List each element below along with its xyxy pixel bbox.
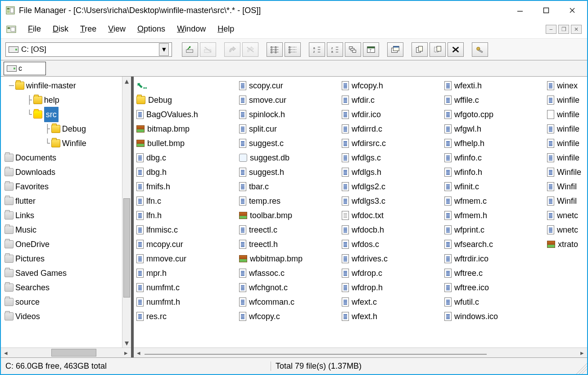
file-item[interactable]: wfdlgs2.c bbox=[342, 179, 444, 194]
file-item[interactable]: fmifs.h bbox=[136, 179, 239, 194]
file-item[interactable]: wnetc bbox=[547, 223, 587, 237]
file-item[interactable]: wfsearch.c bbox=[444, 237, 547, 252]
file-item[interactable]: wfinfo.h bbox=[444, 165, 547, 179]
toolbar-sort-date-button[interactable]: 7 bbox=[363, 42, 379, 57]
file-item[interactable]: wfgoto.cpp bbox=[444, 107, 547, 122]
file-item[interactable]: tbar.c bbox=[239, 179, 342, 194]
file-item[interactable]: suggest.c bbox=[239, 136, 342, 151]
file-item[interactable]: wfprint.c bbox=[444, 223, 547, 237]
file-item[interactable]: wfmem.h bbox=[444, 208, 547, 223]
tree-horizontal-scrollbar[interactable]: ◂ ▸ bbox=[1, 348, 131, 357]
file-item[interactable]: wfdirsrc.c bbox=[342, 136, 444, 151]
toolbar-move-button[interactable] bbox=[430, 42, 446, 57]
file-item[interactable]: wftree.ico bbox=[444, 280, 547, 295]
toolbar-delete-button[interactable] bbox=[448, 42, 464, 57]
file-item[interactable]: lfn.h bbox=[136, 208, 239, 223]
toolbar-share-button[interactable] bbox=[224, 42, 240, 57]
file-item[interactable]: scopy.cur bbox=[239, 78, 342, 93]
mdi-restore-button[interactable]: ❐ bbox=[558, 25, 569, 34]
file-item[interactable]: numfmt.c bbox=[136, 280, 239, 295]
tree-item[interactable]: ├ help bbox=[5, 93, 131, 107]
file-item[interactable]: wfcopy.c bbox=[239, 309, 342, 324]
file-item[interactable]: wfdrop.h bbox=[342, 280, 444, 295]
file-item[interactable]: mmove.cur bbox=[136, 252, 239, 266]
scrollbar-thumb[interactable] bbox=[123, 198, 130, 297]
file-item[interactable]: dbg.c bbox=[136, 151, 239, 165]
tree-item[interactable]: Music bbox=[5, 223, 131, 237]
file-item[interactable]: dbg.h bbox=[136, 165, 239, 179]
tree-item[interactable]: Videos bbox=[5, 309, 131, 324]
tree-item[interactable]: flutter bbox=[5, 194, 131, 208]
chevron-down-icon[interactable]: ▾ bbox=[159, 43, 169, 56]
menu-file[interactable]: File bbox=[28, 24, 41, 34]
file-item[interactable]: wfdlgs3.c bbox=[342, 194, 444, 208]
file-item[interactable]: wfcopy.h bbox=[342, 78, 444, 93]
tree-item[interactable]: └ Winfile bbox=[5, 136, 131, 151]
file-item[interactable]: wftrdir.ico bbox=[444, 252, 547, 266]
toolbar-sort-name-button[interactable]: az bbox=[309, 42, 325, 57]
file-item[interactable]: toolbar.bmp bbox=[239, 208, 342, 223]
file-item[interactable]: bitmap.bmp bbox=[136, 122, 239, 136]
close-button[interactable] bbox=[565, 4, 580, 17]
file-item[interactable]: Winfil bbox=[547, 179, 587, 194]
file-item[interactable]: Winfil bbox=[547, 194, 587, 208]
scroll-right-icon[interactable]: ▸ bbox=[577, 349, 587, 357]
file-item[interactable]: wfdocb.h bbox=[342, 223, 444, 237]
file-item[interactable]: wfassoc.c bbox=[239, 266, 342, 280]
file-item[interactable]: wftree.c bbox=[444, 266, 547, 280]
file-item[interactable]: BagOValues.h bbox=[136, 107, 239, 122]
file-horizontal-scrollbar[interactable]: ◂ ▸ bbox=[134, 348, 587, 357]
file-item[interactable]: wfdlgs.h bbox=[342, 165, 444, 179]
file-item[interactable]: wfutil.c bbox=[444, 295, 547, 309]
mdi-icon[interactable] bbox=[6, 25, 16, 34]
resize-grip[interactable] bbox=[575, 358, 587, 374]
file-item[interactable]: winfile bbox=[547, 136, 587, 151]
file-item[interactable]: res.rc bbox=[136, 309, 239, 324]
file-item[interactable]: bullet.bmp bbox=[136, 136, 239, 151]
menu-help[interactable]: Help bbox=[217, 24, 234, 34]
file-item[interactable]: Winfile bbox=[547, 165, 587, 179]
tree-item[interactable]: Links bbox=[5, 208, 131, 223]
file-item[interactable]: winfile bbox=[547, 151, 587, 165]
tree-body[interactable]: ─ winfile-master├ help└ src├ Debug└ Winf… bbox=[1, 77, 131, 348]
tree-item[interactable]: ├ Debug bbox=[5, 122, 131, 136]
menu-view[interactable]: View bbox=[108, 24, 126, 34]
file-item[interactable]: wfinfo.c bbox=[444, 151, 547, 165]
file-item[interactable]: mcopy.cur bbox=[136, 237, 239, 252]
file-item[interactable]: wfext.c bbox=[342, 295, 444, 309]
menu-options[interactable]: Options bbox=[137, 24, 165, 34]
file-item[interactable]: wfdoc.txt bbox=[342, 208, 444, 223]
toolbar-view-name-button[interactable] bbox=[267, 42, 283, 57]
file-item[interactable]: wfmem.c bbox=[444, 194, 547, 208]
scroll-left-icon[interactable]: ◂ bbox=[1, 349, 11, 357]
file-item[interactable]: wffile.c bbox=[444, 93, 547, 107]
file-item[interactable]: temp.res bbox=[239, 194, 342, 208]
toolbar-connect-drive-button[interactable] bbox=[182, 42, 198, 57]
tree-item[interactable]: Pictures bbox=[5, 252, 131, 266]
file-item[interactable]: suggest.h bbox=[239, 165, 342, 179]
toolbar-copy-button[interactable] bbox=[412, 42, 428, 57]
file-item[interactable]: numfmt.h bbox=[136, 295, 239, 309]
file-item[interactable]: wfcomman.c bbox=[239, 295, 342, 309]
tree-item[interactable]: Saved Games bbox=[5, 266, 131, 280]
toolbar-permissions-button[interactable] bbox=[472, 42, 488, 57]
toolbar-view-details-button[interactable] bbox=[285, 42, 301, 57]
file-item[interactable]: wfdir.ico bbox=[342, 107, 444, 122]
file-item[interactable]: wfdirrd.c bbox=[342, 122, 444, 136]
file-item[interactable]: wfgwl.h bbox=[444, 122, 547, 136]
file-item[interactable]: xtrato bbox=[547, 237, 587, 252]
drive-combobox[interactable]: C: [OS] ▾ bbox=[5, 42, 172, 57]
file-item[interactable]: winfile bbox=[547, 93, 587, 107]
file-body[interactable]: ⬉••DebugBagOValues.hbitmap.bmpbullet.bmp… bbox=[134, 77, 587, 348]
file-item[interactable]: Debug bbox=[136, 93, 239, 107]
tree-item[interactable]: OneDrive bbox=[5, 237, 131, 252]
tree-vertical-scrollbar[interactable]: ▴ ▾ bbox=[122, 77, 131, 348]
tree-item[interactable]: source bbox=[5, 295, 131, 309]
file-item[interactable]: spinlock.h bbox=[239, 107, 342, 122]
file-item[interactable]: wfinit.c bbox=[444, 179, 547, 194]
file-item[interactable]: ⬉•• bbox=[136, 78, 239, 93]
file-item[interactable]: windows.ico bbox=[444, 309, 547, 324]
mdi-minimize-button[interactable]: ‒ bbox=[546, 25, 556, 34]
toolbar-stop-share-button[interactable] bbox=[242, 42, 258, 57]
file-item[interactable]: wfdir.c bbox=[342, 93, 444, 107]
